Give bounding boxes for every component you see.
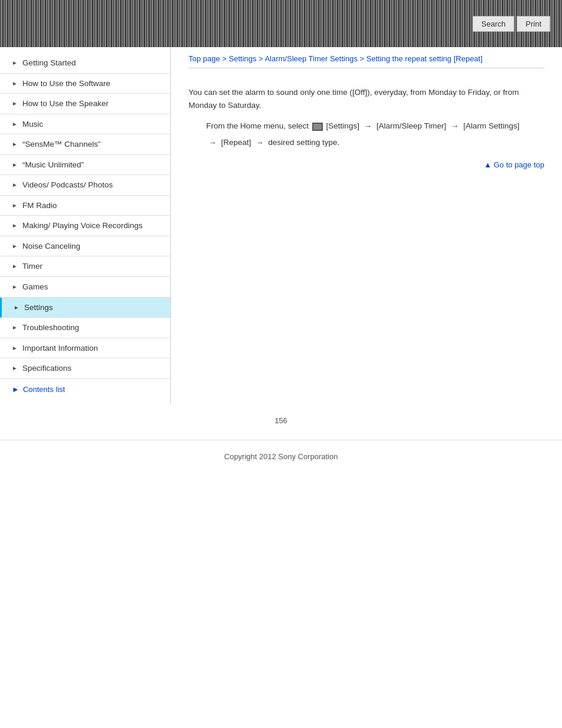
contents-list-label: Contents list: [23, 385, 65, 394]
sidebar-item-1[interactable]: ►How to Use the Software: [0, 74, 170, 94]
sidebar-arrow-icon: ►: [12, 222, 18, 229]
page-number: 156: [0, 404, 562, 428]
sidebar-item-12[interactable]: ►Settings: [0, 298, 170, 318]
breadcrumb-separator: >: [220, 54, 229, 63]
sidebar: ►Getting Started►How to Use the Software…: [0, 47, 171, 404]
contents-list-link[interactable]: ► Contents list: [0, 379, 170, 398]
breadcrumb-separator: >: [358, 54, 366, 63]
breadcrumb-item-0[interactable]: Top page: [189, 54, 220, 63]
sidebar-arrow-icon: ►: [12, 242, 18, 250]
instruction-line-2: → [Repeat] → desired setting type.: [206, 136, 544, 149]
sidebar-arrow-icon: ►: [12, 324, 18, 331]
sidebar-item-5[interactable]: ►“Music Unlimited”: [0, 155, 170, 176]
instruction-part2: [Repeat]: [221, 138, 251, 147]
sidebar-arrow-icon: ►: [12, 59, 18, 67]
sidebar-item-14[interactable]: ►Important Information: [0, 338, 170, 359]
sidebar-item-7[interactable]: ►FM Radio: [0, 196, 170, 216]
sidebar-item-label: Videos/ Podcasts/ Photos: [22, 180, 113, 190]
layout: ►Getting Started►How to Use the Software…: [0, 47, 562, 404]
sidebar-item-label: Making/ Playing Voice Recordings: [22, 220, 143, 231]
instruction-line: From the Home menu, select [Settings] → …: [206, 120, 544, 133]
sidebar-item-label: Settings: [24, 302, 53, 313]
sidebar-item-6[interactable]: ►Videos/ Podcasts/ Photos: [0, 175, 170, 196]
instruction-alarm: [Alarm Settings]: [464, 121, 520, 130]
sidebar-item-0[interactable]: ►Getting Started: [0, 53, 170, 74]
sidebar-item-10[interactable]: ►Timer: [0, 256, 170, 277]
sidebar-arrow-icon: ►: [14, 304, 19, 311]
instruction-arrow2: →: [451, 121, 459, 130]
sidebar-item-3[interactable]: ►Music: [0, 114, 170, 135]
instruction-timer: [Alarm/Sleep Timer]: [376, 121, 447, 130]
sidebar-item-label: Getting Started: [22, 58, 76, 68]
instruction-settings: [Settings]: [326, 121, 359, 130]
sidebar-item-label: Music: [22, 119, 43, 130]
search-button[interactable]: Search: [472, 16, 514, 32]
print-button[interactable]: Print: [517, 16, 550, 32]
breadcrumb: Top page > Settings > Alarm/Sleep Timer …: [189, 47, 544, 68]
sidebar-item-4[interactable]: ►“SensMe™ Channels”: [0, 134, 170, 155]
sidebar-item-label: “Music Unlimited”: [22, 160, 84, 170]
breadcrumb-item-2[interactable]: Alarm/Sleep Timer Settings: [265, 54, 358, 63]
sidebar-arrow-icon: ►: [12, 283, 18, 291]
sidebar-arrow-icon: ►: [12, 344, 18, 352]
instruction-part1: From the Home menu, select: [206, 121, 309, 130]
instruction-arrow4: →: [256, 138, 264, 147]
instruction-arrow1: →: [364, 121, 372, 130]
breadcrumb-separator: >: [256, 54, 265, 63]
main-content: Top page > Settings > Alarm/Sleep Timer …: [171, 47, 562, 404]
sidebar-arrow-icon: ►: [12, 364, 18, 372]
sidebar-item-label: Important Information: [22, 343, 98, 354]
sidebar-item-label: Specifications: [22, 363, 71, 374]
sidebar-item-label: How to Use the Software: [22, 78, 110, 89]
sidebar-item-13[interactable]: ►Troubleshooting: [0, 318, 170, 338]
go-to-top-link[interactable]: ▲ Go to page top: [189, 160, 544, 169]
sidebar-arrow-icon: ►: [12, 262, 18, 270]
sidebar-item-label: Timer: [22, 261, 42, 272]
breadcrumb-item-3[interactable]: Setting the repeat setting [Repeat]: [366, 54, 482, 63]
content-paragraph: You can set the alarm to sound only one …: [189, 86, 544, 111]
copyright-text: Copyright 2012 Sony Corporation: [224, 452, 338, 461]
instruction-part3: desired setting type.: [268, 138, 339, 147]
sidebar-arrow-icon: ►: [12, 100, 18, 107]
footer: Copyright 2012 Sony Corporation: [0, 440, 562, 467]
sidebar-item-11[interactable]: ►Games: [0, 277, 170, 298]
sidebar-item-label: Noise Canceling: [22, 241, 80, 252]
sidebar-arrow-icon: ►: [12, 140, 18, 148]
sidebar-arrow-icon: ►: [12, 120, 18, 128]
sidebar-item-15[interactable]: ►Specifications: [0, 358, 170, 379]
sidebar-item-label: Games: [22, 282, 48, 292]
sidebar-arrow-icon: ►: [12, 202, 18, 209]
settings-icon: [312, 123, 323, 131]
sidebar-item-label: How to Use the Speaker: [22, 98, 108, 109]
sidebar-arrow-icon: ►: [12, 181, 18, 189]
sidebar-item-label: “SensMe™ Channels”: [22, 139, 101, 150]
sidebar-item-label: Troubleshooting: [22, 322, 79, 333]
sidebar-item-label: FM Radio: [22, 200, 57, 211]
sidebar-item-2[interactable]: ►How to Use the Speaker: [0, 94, 170, 114]
sidebar-item-8[interactable]: ►Making/ Playing Voice Recordings: [0, 216, 170, 236]
arrow-right-icon: ►: [12, 385, 19, 394]
sidebar-item-9[interactable]: ►Noise Canceling: [0, 236, 170, 257]
instruction-arrow3: →: [209, 138, 217, 147]
breadcrumb-item-1[interactable]: Settings: [229, 54, 256, 63]
content-body: You can set the alarm to sound only one …: [189, 80, 544, 175]
sidebar-arrow-icon: ►: [12, 161, 18, 169]
header: Search Print: [0, 0, 562, 47]
sidebar-arrow-icon: ►: [12, 80, 18, 87]
